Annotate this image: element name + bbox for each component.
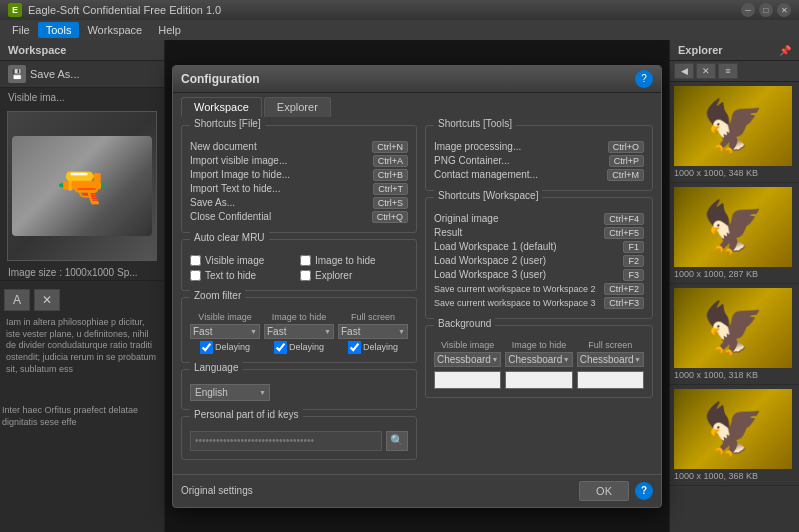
bg-image-color[interactable]: [505, 371, 572, 389]
text-icon-a[interactable]: A: [4, 289, 30, 311]
menu-bar: File Tools Workspace Help: [0, 20, 799, 40]
ws-name: Result: [434, 227, 462, 238]
shortcut-key: Ctrl+T: [373, 183, 408, 195]
shortcut-key: Ctrl+Q: [372, 211, 408, 223]
explorer-size-3: 1000 x 1000, 318 KB: [674, 370, 795, 380]
mru-explorer-check[interactable]: [300, 270, 311, 281]
mru-image-to-hide-check[interactable]: [300, 255, 311, 266]
shortcut-name: Contact management...: [434, 169, 538, 180]
menu-workspace[interactable]: Workspace: [79, 22, 150, 38]
app-title: Eagle-Soft Confidential Free Edition 1.0: [28, 4, 741, 16]
explorer-close-button[interactable]: ✕: [696, 63, 716, 79]
tab-workspace[interactable]: Workspace: [181, 97, 262, 117]
delay-label2: Delaying: [289, 342, 324, 352]
menu-file[interactable]: File: [4, 22, 38, 38]
mru-explorer: Explorer: [300, 269, 408, 282]
bg-visible-color[interactable]: [434, 371, 501, 389]
background-section: Background Visible image Chessboard Blac…: [425, 325, 653, 398]
shortcuts-file-section: Shortcuts [File] New document Ctrl+N Imp…: [181, 125, 417, 233]
explorer-thumb-1: 🦅: [674, 86, 792, 166]
shortcut-save-as: Save As... Ctrl+S: [190, 196, 408, 210]
explorer-size-2: 1000 x 1000, 287 KB: [674, 269, 795, 279]
zoom-full-select[interactable]: FastSmoothBicubic: [338, 324, 408, 339]
ws-key: F2: [623, 255, 644, 267]
explorer-menu-button[interactable]: ≡: [718, 63, 738, 79]
bg-visible-select[interactable]: Chessboard Black White: [434, 352, 501, 367]
bg-full-color[interactable]: [577, 371, 644, 389]
explorer-item-2[interactable]: 🦅 1000 x 1000, 287 KB: [670, 183, 799, 284]
mru-text-to-hide-check[interactable]: [190, 270, 201, 281]
zoom-visible-select[interactable]: FastSmoothBicubic: [190, 324, 260, 339]
zoom-image-col: Image to hide FastSmoothBicubic Delayi: [264, 312, 334, 354]
ws-key: Ctrl+F5: [604, 227, 644, 239]
shortcut-contact-mgmt: Contact management... Ctrl+M: [434, 168, 644, 182]
zoom-full-label: Full screen: [351, 312, 395, 322]
menu-help[interactable]: Help: [150, 22, 189, 38]
help-button[interactable]: ?: [635, 482, 653, 500]
zoom-visible-delay: Delaying: [200, 341, 250, 354]
ws-name: Save current workspace to Workspace 2: [434, 284, 595, 294]
pin-icon[interactable]: 📌: [779, 45, 791, 56]
explorer-thumb-3: 🦅: [674, 288, 792, 368]
maximize-button[interactable]: □: [759, 3, 773, 17]
bg-image-select[interactable]: Chessboard Black White: [505, 352, 572, 367]
personal-keys-label: Personal part of id keys: [190, 409, 303, 420]
ws-name: Load Workspace 2 (user): [434, 255, 546, 266]
mru-checkboxes: Visible image Image to hide Text to hide: [190, 254, 408, 282]
zoom-visible-label: Visible image: [198, 312, 251, 322]
keys-search-button[interactable]: 🔍: [386, 431, 408, 451]
explorer-back-button[interactable]: ◀: [674, 63, 694, 79]
ok-button[interactable]: OK: [579, 481, 629, 501]
bg-full-col: Full screen Chessboard Black White: [577, 340, 644, 389]
zoom-visible-delay-check[interactable]: [200, 341, 213, 354]
mru-image-label: Image to hide: [315, 255, 376, 266]
dialog-close-button[interactable]: ?: [635, 70, 653, 88]
zoom-image-delay-check[interactable]: [274, 341, 287, 354]
shortcut-key: Ctrl+A: [373, 155, 408, 167]
menu-tools[interactable]: Tools: [38, 22, 80, 38]
shortcut-name: Import Text to hide...: [190, 183, 280, 194]
tab-explorer[interactable]: Explorer: [264, 97, 331, 117]
keys-input[interactable]: [190, 431, 382, 451]
dialog-left-col: Shortcuts [File] New document Ctrl+N Imp…: [181, 125, 417, 466]
zoom-filter-section: Zoom filter Visible image FastSmoothBicu…: [181, 297, 417, 363]
dialog-title: Configuration: [181, 72, 260, 86]
shortcut-name: Import Image to hide...: [190, 169, 290, 180]
explorer-item-4[interactable]: 🦅 1000 x 1000, 368 KB: [670, 385, 799, 486]
explorer-label: Explorer: [678, 44, 723, 56]
left-panel: Workspace 💾 Save As... Visible ima... 🔫 …: [0, 40, 165, 532]
explorer-item-1[interactable]: 🦅 1000 x 1000, 348 KB: [670, 82, 799, 183]
ws-key: F3: [623, 269, 644, 281]
mru-visible-image-check[interactable]: [190, 255, 201, 266]
shortcut-key: Ctrl+B: [373, 169, 408, 181]
window-controls: ─ □ ✕: [741, 3, 791, 17]
dialog-right-col: Shortcuts [Tools] Image processing... Ct…: [425, 125, 653, 466]
bg-full-select[interactable]: Chessboard Black White: [577, 352, 644, 367]
language-select[interactable]: English French German: [190, 384, 270, 401]
ws-load1: Load Workspace 1 (default) F1: [434, 240, 644, 254]
close-button[interactable]: ✕: [777, 3, 791, 17]
zoom-image-select[interactable]: FastSmoothBicubic: [264, 324, 334, 339]
bg-visible-select-wrap: Chessboard Black White: [434, 352, 501, 367]
minimize-button[interactable]: ─: [741, 3, 755, 17]
explorer-item-3[interactable]: 🦅 1000 x 1000, 318 KB: [670, 284, 799, 385]
dialog-tabs: Workspace Explorer: [173, 93, 661, 117]
background-label: Background: [434, 318, 495, 329]
text-icon-close[interactable]: ✕: [34, 289, 60, 311]
bg-visible-col: Visible image Chessboard Black White: [434, 340, 501, 389]
ws-key: F1: [623, 241, 644, 253]
explorer-thumb-4: 🦅: [674, 389, 792, 469]
zoom-full-col: Full screen FastSmoothBicubic Delaying: [338, 312, 408, 354]
dialog-content: Shortcuts [File] New document Ctrl+N Imp…: [173, 117, 661, 474]
shortcut-import-image: Import Image to hide... Ctrl+B: [190, 168, 408, 182]
shortcut-key: Ctrl+S: [373, 197, 408, 209]
dialog-footer: Original settings OK ?: [173, 474, 661, 507]
explorer-items: 🦅 1000 x 1000, 348 KB 🦅 1000 x 1000, 287…: [670, 82, 799, 532]
inter-text: Inter haec Orfitus praefect delatae dign…: [0, 403, 164, 430]
shortcuts-workspace-label: Shortcuts [Workspace]: [434, 190, 542, 201]
text-tools-area: A ✕ Iam in altera philosophiae p dicitur…: [0, 280, 164, 399]
explorer-size-1: 1000 x 1000, 348 KB: [674, 168, 795, 178]
ws-key: Ctrl+F3: [604, 297, 644, 309]
save-as-button[interactable]: 💾 Save As...: [0, 61, 164, 88]
zoom-full-delay-check[interactable]: [348, 341, 361, 354]
